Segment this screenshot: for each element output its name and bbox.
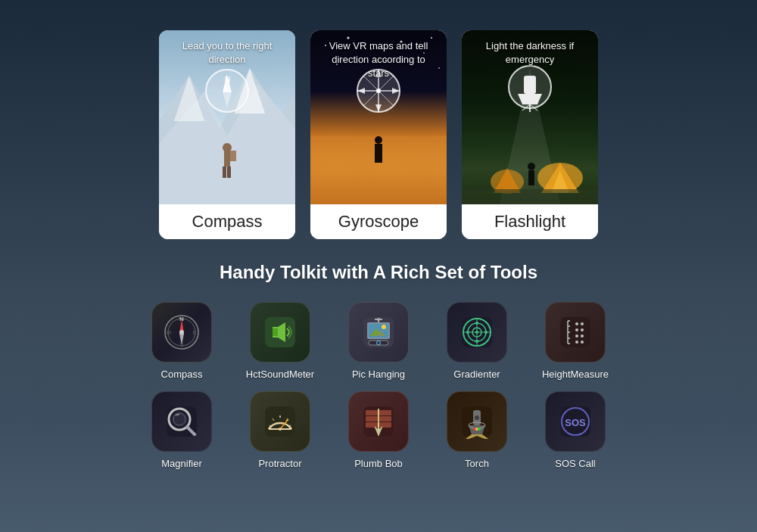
tool-item-plumb[interactable]: Plumb Bob [337, 391, 420, 469]
gyroscope-card-title: Gyroscope [338, 212, 419, 231]
svg-rect-44 [528, 170, 534, 185]
svg-rect-25 [375, 144, 382, 163]
height-tool-icon [545, 302, 606, 362]
gyroscope-description: View VR maps and tell direction accordin… [310, 39, 447, 81]
svg-rect-87 [560, 317, 590, 347]
svg-point-104 [172, 412, 187, 427]
sound-tool-label: HctSoundMeter [246, 369, 314, 380]
gyroscope-feature-card[interactable]: View VR maps and tell direction accordin… [310, 30, 447, 239]
tools-grid: N S E W Compass [0, 302, 757, 481]
svg-point-61 [179, 330, 184, 334]
svg-point-99 [581, 334, 584, 338]
magnifier-tool-label: Magnifier [161, 458, 201, 469]
tool-item-height[interactable]: HeightMeasure [534, 302, 617, 380]
sos-tool-icon: SOS [545, 391, 606, 452]
svg-rect-48 [524, 76, 536, 94]
page-content: N Lead you to the right direction Compas… [0, 0, 757, 481]
pic-tool-label: Pic Hanging [352, 369, 405, 380]
svg-point-95 [581, 322, 584, 325]
tool-item-protractor[interactable]: Protractor [238, 391, 322, 469]
svg-rect-9 [230, 151, 236, 161]
svg-point-45 [528, 163, 535, 170]
flashlight-card-title: Flashlight [494, 212, 565, 231]
tools-row-2: Magnifier [140, 391, 617, 469]
svg-text:N: N [225, 76, 230, 84]
protractor-tool-icon [250, 391, 310, 452]
pic-tool-icon [348, 302, 409, 362]
svg-point-97 [581, 328, 584, 331]
svg-point-83 [475, 322, 478, 325]
svg-point-101 [581, 341, 584, 344]
tool-item-pic[interactable]: Pic Hanging [337, 302, 420, 380]
tool-item-torch[interactable]: Torch [435, 391, 519, 469]
svg-text:SOS: SOS [565, 417, 586, 428]
feature-cards-row: N Lead you to the right direction Compas… [0, 30, 757, 239]
protractor-tool-label: Protractor [258, 458, 301, 469]
sos-icon: SOS [556, 403, 594, 440]
svg-point-100 [575, 341, 578, 344]
height-tool-label: HeightMeasure [542, 369, 609, 380]
svg-point-85 [466, 331, 469, 334]
svg-rect-46 [462, 189, 598, 204]
svg-rect-119 [379, 416, 391, 422]
svg-point-26 [375, 136, 382, 144]
flashlight-feature-card[interactable]: Light the darkness if emergency Flashlig… [462, 30, 598, 239]
svg-rect-107 [265, 406, 295, 437]
sos-tool-label: SOS Call [555, 458, 595, 469]
svg-rect-7 [223, 166, 226, 178]
svg-rect-5 [224, 151, 230, 166]
plumb-tool-label: Plumb Bob [354, 458, 403, 469]
sound-icon [261, 313, 299, 351]
magnifier-tool-icon [151, 391, 212, 452]
plumb-tool-icon [348, 391, 409, 452]
plumb-icon [360, 403, 397, 440]
svg-text:W: W [167, 330, 172, 335]
svg-rect-64 [273, 328, 278, 336]
compass-tool-label: Compass [161, 369, 203, 380]
svg-point-32 [376, 89, 381, 93]
compass-tool-icon: N S E W [151, 302, 212, 362]
flashlight-card-image: Light the darkness if emergency [462, 30, 598, 204]
svg-point-127 [475, 415, 479, 420]
compass-description: Lead you to the right direction [159, 39, 295, 67]
tool-item-magnifier[interactable]: Magnifier [140, 391, 223, 469]
compass-card-title: Compass [192, 212, 263, 231]
sound-tool-icon [250, 302, 310, 362]
svg-point-94 [575, 322, 578, 325]
gradienter-icon [458, 313, 496, 351]
svg-point-130 [478, 428, 481, 431]
svg-point-115 [279, 428, 282, 431]
gyroscope-card-image: View VR maps and tell direction accordin… [310, 30, 447, 204]
svg-point-98 [575, 334, 578, 338]
magnifier-icon [163, 403, 201, 440]
svg-point-20 [431, 37, 432, 39]
svg-point-86 [484, 331, 488, 334]
section-title: Handy Tolkit with A Rich Set of Tools [0, 262, 757, 283]
compass-icon: N S E W [163, 313, 201, 351]
gradienter-tool-label: Gradienter [453, 369, 500, 380]
compass-feature-card[interactable]: N Lead you to the right direction Compas… [159, 30, 295, 239]
svg-point-96 [575, 328, 578, 331]
protractor-icon [261, 403, 299, 440]
svg-point-82 [475, 331, 478, 334]
flashlight-description: Light the darkness if emergency [462, 39, 598, 67]
height-icon [556, 313, 594, 351]
compass-card-image: N Lead you to the right direction [159, 30, 295, 204]
tools-row-1: N S E W Compass [140, 302, 617, 380]
torch-tool-label: Torch [465, 458, 489, 469]
svg-text:E: E [193, 330, 197, 335]
svg-rect-118 [366, 416, 378, 422]
flashlight-title-area: Flashlight [462, 204, 598, 239]
pic-icon [360, 313, 397, 351]
svg-point-84 [475, 340, 478, 343]
tool-item-sos[interactable]: SOS SOS Call [534, 391, 617, 469]
gyroscope-title-area: Gyroscope [310, 204, 447, 239]
svg-point-73 [377, 318, 380, 321]
tool-item-gradienter[interactable]: Gradienter [435, 302, 519, 380]
torch-icon [458, 403, 496, 440]
tool-item-compass[interactable]: N S E W Compass [140, 302, 223, 380]
gradienter-tool-icon [447, 302, 507, 362]
svg-rect-8 [227, 166, 231, 178]
torch-tool-icon [447, 391, 507, 452]
tool-item-sound[interactable]: HctSoundMeter [238, 302, 322, 380]
